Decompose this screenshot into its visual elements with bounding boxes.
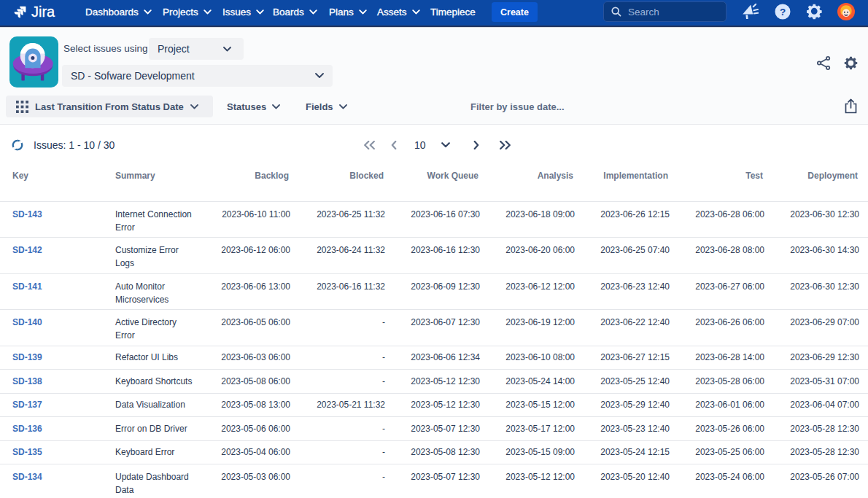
svg-text:?: ?	[780, 7, 786, 17]
